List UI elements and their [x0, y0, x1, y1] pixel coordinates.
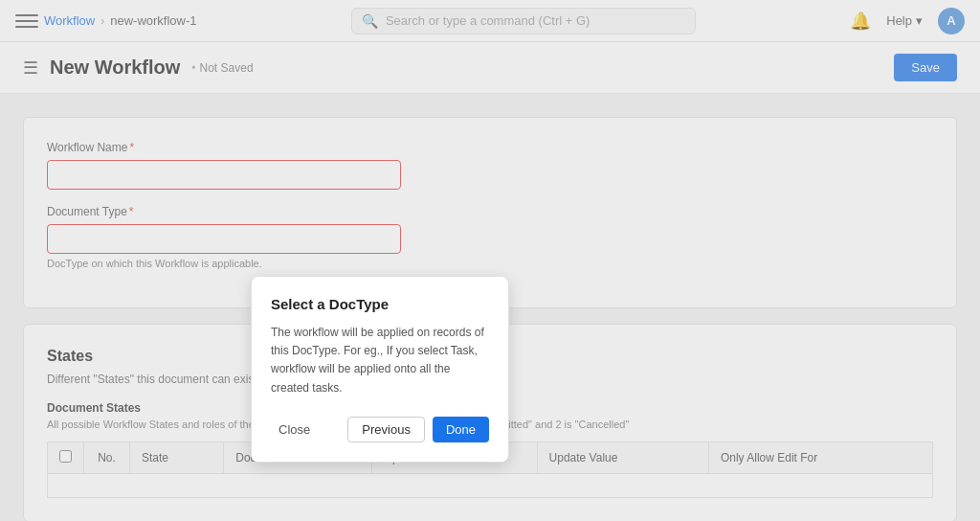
topnav-right: 🔔 Help ▾ A [850, 8, 965, 34]
bell-icon[interactable]: 🔔 [850, 11, 871, 32]
document-type-group: Document Type* DocType on which this Wor… [47, 205, 933, 269]
popover-previous-button[interactable]: Previous [347, 417, 425, 442]
breadcrumb-workflow-name: new-workflow-1 [110, 13, 196, 28]
not-saved-label: Not Saved [200, 61, 254, 75]
document-type-hint: DocType on which this Workflow is applic… [47, 258, 933, 269]
th-only-allow-edit: Only Allow Edit For [708, 442, 932, 474]
table-empty-row [48, 474, 933, 498]
avatar[interactable]: A [938, 8, 965, 34]
breadcrumb-workflow[interactable]: Workflow [44, 13, 95, 28]
th-checkbox [48, 442, 84, 474]
popover-title: Select a DocType [271, 296, 489, 312]
sidebar-toggle-icon[interactable]: ☰ [23, 59, 38, 77]
help-label: Help [886, 13, 912, 28]
document-type-label: Document Type* [47, 205, 933, 218]
page-header-left: ☰ New Workflow • Not Saved [23, 57, 254, 79]
workflow-name-input[interactable] [47, 160, 401, 190]
help-chevron-icon: ▾ [916, 13, 923, 28]
search-placeholder: Search or type a command (Ctrl + G) [386, 13, 590, 28]
top-navigation: Workflow › new-workflow-1 🔍 Search or ty… [0, 0, 980, 42]
th-update-value: Update Value [537, 442, 708, 474]
main-content: Workflow Name* Document Type* DocType on… [0, 94, 980, 521]
breadcrumb-sep-1: › [100, 14, 104, 28]
search-box[interactable]: 🔍 Search or type a command (Ctrl + G) [351, 8, 696, 34]
table-empty-cell [48, 474, 933, 498]
workflow-name-required: * [129, 141, 134, 154]
help-button[interactable]: Help ▾ [886, 13, 923, 28]
search-icon: 🔍 [362, 13, 378, 29]
select-all-checkbox[interactable] [59, 450, 72, 463]
workflow-name-group: Workflow Name* [47, 141, 933, 190]
page-header: ☰ New Workflow • Not Saved Save [0, 42, 980, 94]
popover-footer: Close Previous Done [271, 417, 489, 442]
th-no: No. [84, 442, 130, 474]
th-state: State [130, 442, 224, 474]
popover-footer-right: Previous Done [347, 417, 489, 442]
search-area: 🔍 Search or type a command (Ctrl + G) [351, 8, 696, 34]
save-button[interactable]: Save [894, 54, 957, 81]
not-saved-dot-icon: • [191, 61, 195, 75]
menu-icon[interactable] [15, 10, 38, 33]
popover-done-button[interactable]: Done [433, 417, 489, 442]
select-doctype-popover: Select a DocType The workflow will be ap… [251, 276, 509, 463]
document-type-input[interactable] [47, 224, 401, 254]
popover-close-button[interactable]: Close [271, 418, 318, 442]
popover-text: The workflow will be applied on records … [271, 324, 489, 397]
document-type-required: * [129, 205, 134, 218]
page-title: New Workflow [50, 57, 180, 79]
not-saved-badge: • Not Saved [191, 61, 253, 75]
topnav-left: Workflow › new-workflow-1 [15, 10, 197, 33]
workflow-name-label: Workflow Name* [47, 141, 933, 154]
